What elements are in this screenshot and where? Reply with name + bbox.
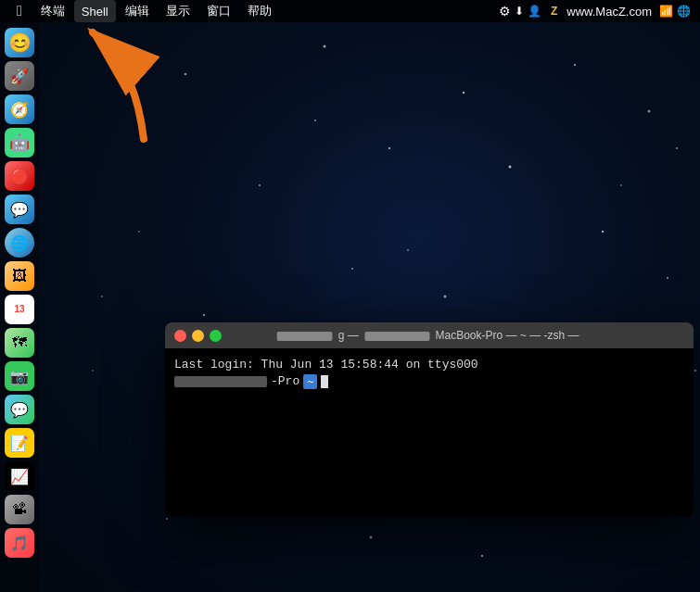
svg-point-3 (574, 64, 576, 66)
menubar-view[interactable]: 显示 (159, 0, 197, 22)
svg-point-2 (463, 92, 465, 94)
terminal-login-line: Last login: Thu Jun 13 15:58:44 on ttys0… (174, 356, 684, 374)
dock-icon-photos[interactable]: 🖼 (5, 261, 34, 291)
svg-point-11 (203, 314, 205, 316)
svg-point-7 (509, 166, 512, 169)
menubar:  终端 Shell 编辑 显示 窗口 帮助 ⚙ ⬇ 👤 Z (0, 0, 700, 22)
svg-point-1 (324, 45, 326, 48)
dock-icon-notes[interactable]: 📝 (5, 428, 34, 458)
prompt-blurred-username (174, 376, 267, 387)
dock-icon-projector[interactable]: 📽 (5, 495, 34, 524)
desktop:  终端 Shell 编辑 显示 窗口 帮助 ⚙ ⬇ 👤 Z (0, 0, 700, 592)
prompt-blue-box: ~ (303, 374, 317, 389)
svg-point-27 (92, 370, 94, 372)
menubar-shell[interactable]: Shell (74, 0, 116, 22)
menubar-right: ⚙ ⬇ 👤 Z www.MacZ.com 📶 🌐 (499, 4, 700, 19)
macz-url: www.MacZ.com (566, 5, 652, 19)
apple-menu[interactable]:  (7, 0, 32, 22)
svg-point-20 (370, 536, 373, 539)
macz-logo: Z (545, 5, 563, 18)
dock-icon-stocks[interactable]: 📈 (5, 461, 34, 491)
svg-point-9 (351, 268, 353, 270)
download-icon: ⬇ (515, 5, 524, 18)
title-blurred-1 (276, 332, 332, 341)
svg-point-19 (166, 518, 168, 520)
svg-point-10 (444, 296, 447, 298)
menubar-help[interactable]: 帮助 (240, 0, 279, 22)
traffic-light-close[interactable] (174, 330, 186, 342)
dock-icon-launchpad[interactable]: 🚀 (5, 61, 34, 91)
svg-point-24 (138, 231, 140, 233)
wifi-icon: 📶 (659, 5, 673, 18)
prompt-suffix-text: -Pro (271, 374, 299, 388)
svg-point-33 (101, 296, 103, 297)
dock-icon-finder[interactable]: 😊 (5, 28, 34, 57)
terminal-title: g — MacBook-Pro — ~ — -zsh — (276, 329, 581, 342)
svg-point-25 (407, 249, 409, 251)
dock-icon-facetime[interactable]: 📷 (5, 361, 34, 391)
dock-icon-maps[interactable]: 🗺 (5, 328, 34, 358)
svg-point-4 (648, 110, 651, 113)
svg-point-26 (694, 370, 696, 372)
terminal-window: g — MacBook-Pro — ~ — -zsh — Last login:… (165, 322, 694, 517)
terminal-cursor (321, 375, 328, 388)
svg-point-34 (676, 147, 678, 149)
menubar-left:  终端 Shell 编辑 显示 窗口 帮助 (0, 0, 279, 22)
svg-point-5 (388, 147, 390, 149)
annotation-arrow (74, 28, 195, 152)
svg-point-0 (185, 73, 186, 75)
terminal-titlebar: g — MacBook-Pro — ~ — -zsh — (165, 322, 694, 348)
dock-icon-safari2[interactable]: 🌐 (5, 228, 34, 258)
traffic-light-minimize[interactable] (192, 330, 204, 342)
dock-icon-music[interactable]: 🎵 (5, 528, 34, 558)
dock-icon-android[interactable]: 🤖 (5, 128, 34, 157)
menubar-edit[interactable]: 编辑 (118, 0, 157, 22)
title-blurred-2 (364, 332, 429, 341)
dock-icon-calendar[interactable]: 13 (5, 295, 34, 324)
user-icon: 👤 (528, 5, 541, 18)
dock-icon-messages[interactable]: 💬 (5, 395, 34, 424)
gear-icon: ⚙ (499, 4, 511, 19)
svg-point-23 (620, 184, 622, 186)
sidebar-dock: 😊 🚀 🧭 🤖 🔴 💬 🌐 🖼 13 🗺 📷 💬 📝 📈 📽 🎵 (0, 22, 39, 592)
menubar-terminal[interactable]: 终端 (33, 0, 72, 22)
terminal-body: Last login: Thu Jun 13 15:58:44 on ttys0… (165, 348, 694, 517)
terminal-prompt-line: -Pro ~ (174, 374, 684, 389)
menubar-window[interactable]: 窗口 (199, 0, 238, 22)
dock-icon-app1[interactable]: 🔴 (5, 161, 34, 191)
traffic-light-maximize[interactable] (210, 330, 222, 342)
svg-point-13 (667, 277, 668, 279)
globe-icon: 🌐 (677, 5, 691, 18)
svg-point-21 (481, 555, 483, 557)
dock-icon-safari[interactable]: 🧭 (5, 94, 34, 124)
svg-point-22 (314, 120, 316, 121)
svg-point-6 (259, 184, 261, 186)
svg-point-8 (602, 231, 604, 233)
dock-icon-app2[interactable]: 💬 (5, 195, 34, 224)
